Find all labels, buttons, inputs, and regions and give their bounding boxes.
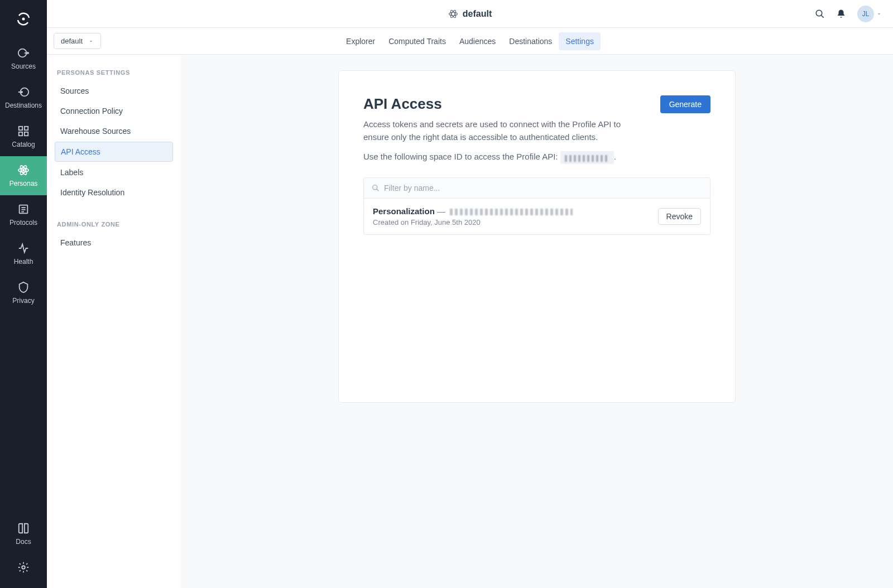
- nav-sources[interactable]: Sources: [0, 39, 47, 78]
- book-icon: [17, 522, 30, 534]
- nav-label: Docs: [16, 538, 31, 546]
- svg-point-0: [22, 18, 25, 21]
- user-menu[interactable]: JL: [857, 6, 882, 22]
- nav-label: Destinations: [5, 102, 42, 109]
- sidebar-item-sources[interactable]: Sources: [55, 81, 173, 100]
- nav-label: Health: [14, 258, 33, 266]
- svg-point-17: [373, 185, 377, 190]
- atom-icon: [448, 9, 458, 19]
- personas-tabs: Explorer Computed Traits Audiences Desti…: [339, 32, 601, 50]
- nav-label: Sources: [11, 62, 36, 70]
- bell-icon[interactable]: [836, 9, 846, 19]
- sidebar-item-labels[interactable]: Labels: [55, 163, 173, 182]
- token-name: Personalization —: [373, 206, 573, 216]
- sidebar-item-api-access[interactable]: API Access: [55, 142, 173, 162]
- grid-icon: [17, 125, 30, 137]
- nav-health[interactable]: Health: [0, 234, 47, 273]
- svg-rect-6: [25, 132, 28, 136]
- app-logo: [15, 10, 32, 28]
- tab-destinations[interactable]: Destinations: [502, 32, 559, 50]
- workspace-selector[interactable]: default: [448, 9, 492, 19]
- sidebar-item-identity-resolution[interactable]: Identity Resolution: [55, 183, 173, 202]
- nav-privacy[interactable]: Privacy: [0, 273, 47, 312]
- settings-sidebar: PERSONAS SETTINGS Sources Connection Pol…: [47, 55, 181, 588]
- tab-settings[interactable]: Settings: [559, 32, 601, 50]
- filter-bar: [363, 177, 710, 199]
- svg-point-16: [816, 10, 822, 16]
- svg-rect-4: [25, 127, 28, 130]
- token-created: Created on Friday, June 5th 2020: [373, 218, 573, 226]
- svg-point-12: [22, 566, 25, 569]
- avatar: JL: [857, 6, 874, 22]
- import-icon: [17, 86, 30, 98]
- space-name: default: [61, 37, 83, 45]
- content-area: API Access Access tokens and secrets are…: [181, 55, 893, 588]
- gear-icon: [17, 561, 30, 573]
- shield-icon: [17, 281, 30, 293]
- subheader: default Explorer Computed Traits Audienc…: [47, 28, 893, 55]
- revoke-button[interactable]: Revoke: [658, 208, 701, 225]
- svg-point-13: [449, 12, 457, 16]
- token-list: Personalization — Created on Friday, Jun…: [363, 199, 710, 235]
- search-icon[interactable]: [815, 9, 825, 19]
- token-secret-redacted: [450, 209, 573, 215]
- page-description: Access tokens and secrets are used to co…: [363, 118, 647, 143]
- nav-label: Personas: [9, 180, 38, 187]
- space-dropdown[interactable]: default: [54, 33, 101, 49]
- nav-destinations[interactable]: Destinations: [0, 78, 47, 117]
- sidebar-item-connection-policy[interactable]: Connection Policy: [55, 102, 173, 121]
- sidebar-item-features[interactable]: Features: [55, 233, 173, 252]
- nav-docs[interactable]: Docs: [0, 514, 47, 553]
- api-access-card: API Access Access tokens and secrets are…: [338, 70, 736, 403]
- nav-settings[interactable]: [0, 553, 47, 588]
- token-row: Personalization — Created on Friday, Jun…: [364, 199, 710, 234]
- nav-catalog[interactable]: Catalog: [0, 117, 47, 156]
- nav-personas[interactable]: Personas: [0, 156, 47, 195]
- sidebar-item-warehouse-sources[interactable]: Warehouse Sources: [55, 122, 173, 141]
- svg-point-10: [23, 170, 25, 171]
- space-id-line: Use the following space ID to access the…: [363, 151, 710, 164]
- export-icon: [17, 47, 30, 59]
- chevron-down-icon: [88, 38, 94, 44]
- filter-input[interactable]: [384, 184, 702, 192]
- tab-explorer[interactable]: Explorer: [339, 32, 382, 50]
- search-icon: [372, 184, 380, 192]
- nav-label: Protocols: [9, 219, 37, 226]
- workspace-name: default: [463, 9, 492, 19]
- page-title: API Access: [363, 95, 647, 113]
- left-nav-rail: Sources Destinations Catalog Personas Pr…: [0, 0, 47, 588]
- nav-protocols[interactable]: Protocols: [0, 195, 47, 234]
- svg-rect-5: [19, 132, 22, 136]
- tab-audiences[interactable]: Audiences: [453, 32, 502, 50]
- nav-label: Privacy: [12, 297, 34, 305]
- chevron-down-icon: [876, 11, 882, 17]
- generate-button[interactable]: Generate: [660, 95, 710, 113]
- sidebar-heading: PERSONAS SETTINGS: [55, 69, 173, 76]
- topbar: default JL: [47, 0, 893, 28]
- list-icon: [17, 203, 30, 215]
- atom-icon: [17, 164, 30, 176]
- svg-rect-3: [19, 127, 22, 130]
- nav-label: Catalog: [12, 141, 35, 148]
- sidebar-heading: ADMIN-ONLY ZONE: [55, 221, 173, 228]
- activity-icon: [17, 242, 30, 254]
- tab-computed-traits[interactable]: Computed Traits: [382, 32, 453, 50]
- space-id-value[interactable]: [560, 151, 614, 164]
